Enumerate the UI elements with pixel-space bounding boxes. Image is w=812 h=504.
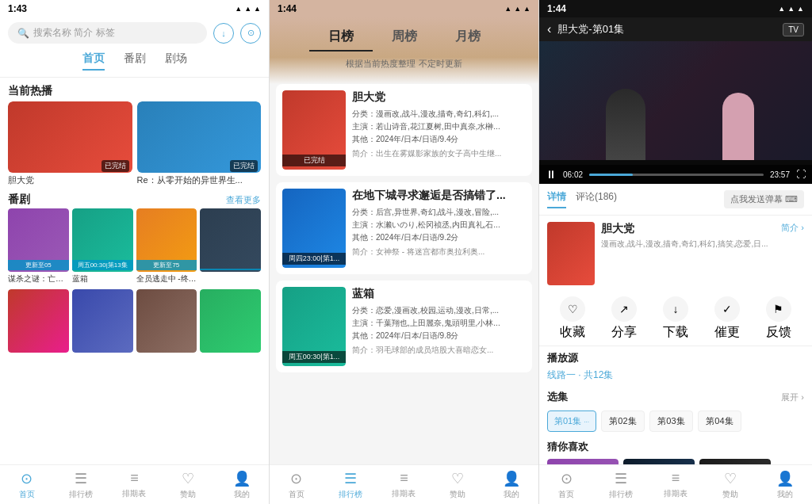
time-display-3: 1:44 [547,3,566,14]
rank-thumb-1: 已完结 [282,90,346,170]
bottom-nav2-support[interactable]: ♡ 赞助 [431,465,485,504]
bottom-nav-schedule[interactable]: ≡ 排期表 [108,465,162,504]
bottom-nav3-ranking[interactable]: ☰ 排行榜 [594,465,649,504]
bangumi-card-1[interactable]: 更新至05 谋杀之谜：亡者... [8,208,69,286]
total-time: 23:57 [770,170,790,179]
hot-card-2-title: Re：从零开始的异世界生... [137,173,262,188]
bottom-nav3-schedule[interactable]: ≡ 排期表 [649,465,703,504]
source-link[interactable]: 线路一 · 共12集 [547,368,804,382]
rank-tab-weekly[interactable]: 周榜 [373,24,436,52]
support-icon-3: ♡ [724,470,737,487]
bangumi-card-5[interactable] [8,289,69,353]
video-scene [539,41,812,160]
rank-list: 已完结 胆大党 分类：漫画改,战斗,漫改,描奇,奇幻,科幻,... 主演：若山诗… [270,84,538,379]
detail-tabs: 详情 评论(186) 点我发送弹幕 ⌨ [539,184,812,216]
rank-thumb-2-badge: 周四23:00|第1... [282,253,346,265]
collect-icon: ♡ [560,296,585,322]
source-section: 播放源 线路一 · 共12集 [539,346,812,387]
bottom-nav3-ranking-label: 排行榜 [609,489,633,500]
bangumi-card-8[interactable] [200,289,261,353]
rank-desc-1: 简介：出生在雾媒影家族的女子高中生继... [352,148,526,159]
download-icon[interactable]: ↓ [213,23,234,44]
rank-info-1: 胆大党 分类：漫画改,战斗,漫改,描奇,奇幻,科幻,... 主演：若山诗音,花江… [352,90,526,170]
feedback-button[interactable]: ⚑ 反馈 [753,296,804,341]
rank-item-2[interactable]: 周四23:00|第1... 在地下城寻求邂逅是否搞错了... 分类：后宫,异世界… [276,182,532,274]
hot-card-1[interactable]: 已完结 胆大党 [8,101,132,188]
episode-01[interactable]: 第01集 ··· [547,410,596,432]
download-button[interactable]: ↓ 下载 [650,296,702,341]
tab-bangumi[interactable]: 番剧 [124,52,146,71]
support-icon: ♡ [182,470,194,487]
status-bar-2: 1:44 ▲ ▲ ▲ [270,0,538,17]
rank-meta-2c: 其他：2024年/日本/日语/9.2分 [352,231,526,244]
share-label: 分享 [611,324,637,341]
bottom-nav2-home[interactable]: ⊙ 首页 [270,465,324,504]
wifi-icon: ▲ [244,5,251,13]
tab-theater[interactable]: 剧场 [165,52,187,71]
bottom-nav2-ranking[interactable]: ☰ 排行榜 [324,465,377,504]
bangumi-card-3[interactable]: 更新至75 全员逃走中 -终极... [136,208,197,286]
share-button[interactable]: ↗ 分享 [599,296,650,341]
current-time: 06:02 [563,170,583,179]
intro-button[interactable]: 简介 › [781,222,804,285]
expand-button[interactable]: 展开 › [781,391,804,403]
status-bar-1: 1:43 ▲ ▲ ▲ [0,0,269,17]
pause-button[interactable]: ⏸ [546,168,557,181]
bottom-nav2-profile[interactable]: 👤 我的 [485,465,538,504]
status-icons-2: ▲ ▲ ▲ [504,5,530,13]
urge-button[interactable]: ✓ 催更 [701,296,753,341]
search-icon: 🔍 [17,28,29,39]
rank-tab-daily[interactable]: 日榜 [309,24,373,52]
episode-04-label: 第04集 [706,416,733,426]
fullscreen-button[interactable]: ⛶ [796,169,806,180]
progress-bar[interactable] [589,174,764,176]
hot-card-2[interactable]: 已完结 Re：从零开始的异世界生... [137,101,262,188]
rank-tabs: 日榜 周榜 月榜 [270,17,538,55]
bangumi-card-2[interactable]: 周五00:30|第13集 蓝箱 [72,208,133,286]
bottom-nav3-profile[interactable]: 👤 我的 [757,465,812,504]
back-button[interactable]: ‹ [547,22,551,36]
rank-item-3[interactable]: 周五00:30|第1... 蓝箱 分类：恋爱,漫画改,校园,运动,漫改,日常,.… [276,281,532,372]
collect-button[interactable]: ♡ 收藏 [547,296,599,341]
bottom-nav2-schedule[interactable]: ≡ 排期表 [377,465,431,504]
detail-text: 胆大党 漫画改,战斗,漫改,描奇,奇幻,科幻,搞笑,恋爱,日... [601,222,775,285]
danmu-button[interactable]: 点我发送弹幕 ⌨ [724,190,804,208]
bottom-nav-support[interactable]: ♡ 赞助 [161,465,215,504]
rank-name-3: 蓝箱 [352,287,526,301]
rank-meta-3c: 其他：2024年/日本/日语/9.8分 [352,330,526,342]
hot-card-2-badge: 已完结 [230,160,258,172]
bottom-nav3-support-label: 赞助 [722,489,738,500]
ranking-icon: ☰ [75,470,87,487]
status-bar-3: 1:44 ▲ ▲ ▲ [539,0,812,17]
episode-title: 选集 [547,390,568,404]
rank-desc-2: 简介：女神祭 - 将迷宫都市奥拉利奥... [352,246,526,258]
anime-detail-info: 胆大党 漫画改,战斗,漫改,描奇,奇幻,科幻,搞笑,恋爱,日... 简介 › [539,216,812,292]
bangumi-3-title: 全员逃走中 -终极... [136,272,197,286]
bottom-nav-ranking[interactable]: ☰ 排行榜 [54,465,108,504]
tab-home[interactable]: 首页 [82,52,105,71]
bottom-nav-home[interactable]: ⊙ 首页 [0,465,54,504]
episode-04[interactable]: 第04集 [698,410,741,432]
episode-03[interactable]: 第03集 [649,410,693,432]
bangumi-card-7[interactable] [136,289,197,353]
rank-item-1[interactable]: 已完结 胆大党 分类：漫画改,战斗,漫改,描奇,奇幻,科幻,... 主演：若山诗… [276,84,532,176]
history-icon[interactable]: ⊙ [240,23,261,44]
rank-tab-monthly[interactable]: 月榜 [436,24,500,52]
bottom-nav3-home[interactable]: ⊙ 首页 [539,465,594,504]
bangumi-grid-2 [0,289,269,353]
tab-comments[interactable]: 评论(186) [576,190,617,208]
episode-02[interactable]: 第02集 [601,410,645,432]
video-controls: ⏸ 06:02 23:57 ⛶ [539,165,812,184]
bangumi-card-6[interactable] [72,289,133,353]
search-input[interactable]: 🔍 搜索名称 简介 标签 [8,22,207,44]
bottom-nav3-support[interactable]: ♡ 赞助 [703,465,757,504]
tab-detail[interactable]: 详情 [547,190,566,208]
bottom-nav-home-label: 首页 [19,489,35,500]
bottom-nav-profile[interactable]: 👤 我的 [215,465,269,504]
view-more-btn[interactable]: 查看更多 [226,194,261,206]
rank-thumb-1-badge: 已完结 [282,155,346,166]
bangumi-card-4[interactable] [200,208,261,286]
danmu-label: 点我发送弹幕 [730,193,783,205]
rank-thumb-3-badge: 周五00:30|第1... [282,351,346,363]
bangumi-section-title: 番剧 [8,193,30,207]
